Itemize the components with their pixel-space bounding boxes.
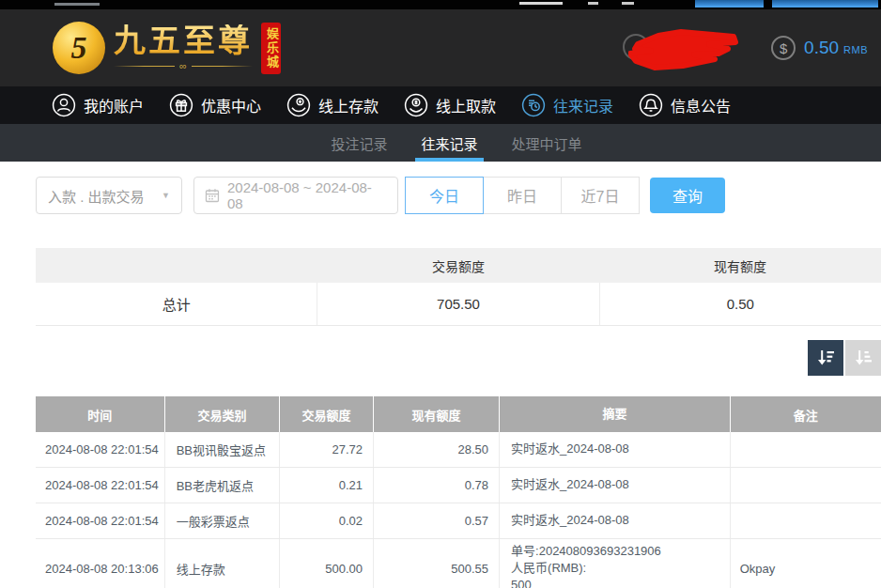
sort-ascending-button[interactable] [845,340,881,376]
top-utility-bar [0,0,881,9]
cell-note [731,503,881,538]
filter-row: 入款 . 出款交易 ▼ 2024-08-08 ~ 2024-08-08 今日 昨… [36,177,881,214]
table-row: 2024-08-08 20:13:06 线上存款 500.00 500.55 单… [36,539,881,588]
table-row: 2024-08-08 22:01:54 BB视讯骰宝返点 27.72 28.50… [36,432,881,468]
nav-item-withdraw[interactable]: 线上取款 [404,93,496,117]
col-header-amount: 交易额度 [280,396,374,432]
cell-amount: 0.02 [280,503,374,538]
cell-time: 2024-08-08 22:01:54 [36,432,165,467]
transaction-type-value: 入款 . 出款交易 [48,186,145,206]
nav-item-transaction-records[interactable]: 往来记录 [521,93,613,117]
balance-currency: RMB [843,40,868,55]
balance-amount: 0.50 [804,38,839,58]
sort-descending-button[interactable] [808,340,843,376]
cell-summary: 实时返水_2024-08-08 [500,468,731,503]
transactions-table: 时间 交易类别 交易额度 现有额度 摘要 备注 2024-08-08 22:01… [36,396,881,588]
summary-header-transaction: 交易额度 [317,248,599,283]
site-logo[interactable]: 5 九五至尊 ∞ 娱乐城 [53,22,281,74]
cell-balance: 28.50 [374,432,500,467]
sort-ascending-icon [853,348,873,368]
col-header-time: 时间 [36,396,165,432]
dollar-icon: $ [771,36,796,60]
table-header-row: 时间 交易类别 交易额度 现有额度 摘要 备注 [36,396,881,432]
summary-total-row: 总计 705.50 0.50 [36,283,881,326]
summary-total-transaction: 705.50 [317,283,599,325]
logo-emblem-icon: 5 [53,22,105,74]
cell-balance: 0.78 [374,468,500,503]
summary-total-available: 0.50 [600,283,881,325]
col-header-balance: 现有额度 [374,396,500,432]
cell-time: 2024-08-08 22:01:54 [36,503,165,538]
bell-icon [639,93,663,117]
nav-item-my-account[interactable]: 我的账户 [52,93,144,117]
logo-title: 九五至尊 [114,24,253,56]
search-button[interactable]: 查询 [650,178,725,213]
topbar-link-fragment[interactable] [695,0,764,8]
deposit-icon [286,93,311,117]
yesterday-button[interactable]: 昨日 [483,177,562,214]
date-range-value: 2024-08-08 ~ 2024-08-08 [227,179,387,211]
cell-summary: 实时返水_2024-08-08 [500,503,731,538]
summary-header-row: 交易额度 现有额度 [36,248,881,283]
nav-item-announcements[interactable]: 信息公告 [639,93,731,117]
date-range-input[interactable]: 2024-08-08 ~ 2024-08-08 [193,177,398,214]
account-balance: $ 0.50 RMB [771,36,868,60]
nav-label: 往来记录 [553,94,613,116]
transaction-type-select[interactable]: 入款 . 出款交易 ▼ [36,177,182,214]
topbar-link-fragment[interactable] [772,0,878,8]
chevron-down-icon: ▼ [162,191,170,200]
today-button[interactable]: 今日 [405,177,484,214]
clipped-topbar-text [54,3,100,6]
cell-type: 线上存款 [165,539,280,588]
summary-total-label: 总计 [36,283,317,325]
nav-item-promotions[interactable]: 优惠中心 [169,93,261,117]
nav-item-deposit[interactable]: 线上存款 [286,93,379,117]
redaction-scribble [628,25,741,72]
table-row: 2024-08-08 22:01:54 BB老虎机返点 0.21 0.78 实时… [36,468,881,503]
cell-note: Okpay [731,539,881,588]
site-header: 5 九五至尊 ∞ 娱乐城 $ 0.50 RMB [0,9,881,86]
cell-type: 一般彩票返点 [165,503,280,538]
cell-balance: 500.55 [374,539,500,588]
summary-header-blank [36,248,317,283]
gift-icon [169,93,193,117]
summary-header-available: 现有额度 [599,248,881,283]
clipped-topbar-text [622,2,634,5]
redacted-username [623,22,743,74]
cell-type: BB视讯骰宝返点 [165,432,280,467]
nav-label: 线上存款 [318,94,379,116]
col-header-summary: 摘要 [500,396,731,432]
sort-descending-icon [815,348,836,368]
tab-transaction-records[interactable]: 往来记录 [415,124,483,162]
cell-note [731,468,881,503]
cell-amount: 500.00 [280,539,374,588]
quick-date-group: 今日 昨日 近7日 [406,177,640,214]
cell-note [731,432,881,467]
cell-time: 2024-08-08 20:13:06 [36,539,165,588]
sort-controls [36,340,881,376]
cell-summary: 实时返水_2024-08-08 [500,432,731,467]
table-row: 2024-08-08 22:01:54 一般彩票返点 0.02 0.57 实时返… [36,503,881,539]
cell-amount: 0.21 [280,468,374,503]
nav-label: 信息公告 [671,94,731,116]
record-subtabs: 投注记录 往来记录 处理中订单 [0,124,881,162]
user-icon [52,93,76,117]
main-content: 入款 . 出款交易 ▼ 2024-08-08 ~ 2024-08-08 今日 昨… [0,162,881,588]
col-header-type: 交易类别 [165,396,280,432]
calendar-icon [205,188,220,203]
tab-betting-records[interactable]: 投注记录 [325,124,393,162]
clipped-topbar-text [588,2,598,5]
records-icon [521,93,546,117]
transaction-records-page: 5 九五至尊 ∞ 娱乐城 $ 0.50 RMB [0,0,881,588]
nav-label: 优惠中心 [201,94,261,116]
nav-label: 我的账户 [84,94,144,116]
tab-pending-orders[interactable]: 处理中订单 [506,124,588,162]
col-header-note: 备注 [731,396,881,432]
last7days-button[interactable]: 近7日 [561,177,640,214]
clipped-topbar-text [519,2,563,5]
logo-badge: 娱乐城 [261,23,281,74]
main-navigation: 我的账户 优惠中心 线上存款 [0,86,881,124]
nav-label: 线上取款 [436,94,496,116]
cell-time: 2024-08-08 22:01:54 [36,468,165,503]
cell-balance: 0.57 [374,503,500,538]
